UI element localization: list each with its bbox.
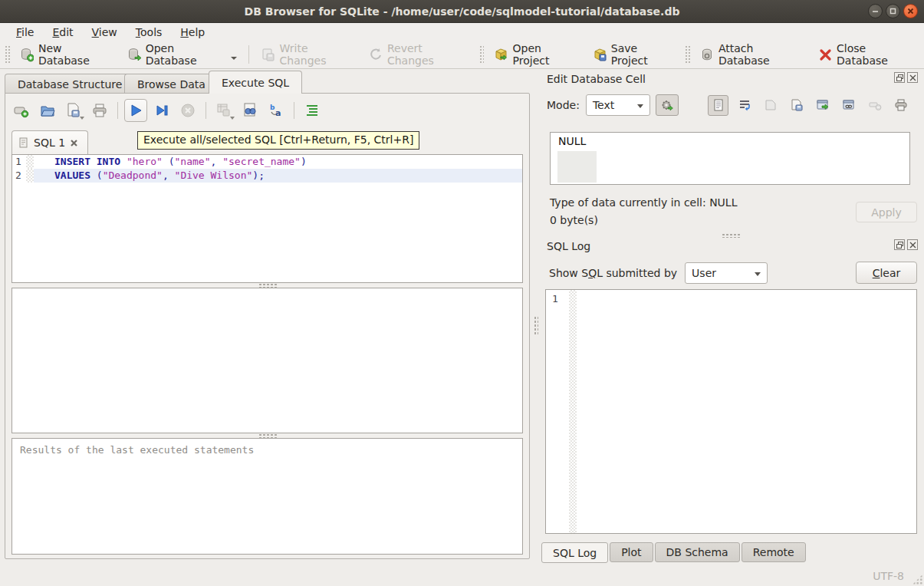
execute-current-line-button[interactable]: [150, 99, 173, 122]
resize-grip-icon[interactable]: [912, 574, 922, 584]
open-database-button[interactable]: Open Database: [120, 38, 245, 71]
word-wrap-button[interactable]: [734, 95, 755, 116]
toolbar-separator: [206, 102, 206, 119]
save-sql-dropdown-icon[interactable]: [80, 117, 84, 120]
sql-document-tab[interactable]: SQL 1: [12, 130, 88, 154]
dock-tab-plot[interactable]: Plot: [610, 542, 653, 562]
close-button[interactable]: [903, 4, 918, 18]
open-external-icon: [816, 98, 830, 112]
results-grid[interactable]: [12, 288, 523, 433]
link-button[interactable]: [838, 95, 859, 116]
tab-browse-data[interactable]: Browse Data: [124, 74, 219, 94]
cell-editor-margin: [557, 151, 597, 183]
dock-tab-sql-log[interactable]: SQL Log: [541, 542, 608, 563]
toolbar-separator: [248, 45, 249, 64]
set-null-button: [864, 95, 885, 116]
cell-value: NULL: [558, 135, 586, 147]
import-data-button: [760, 95, 781, 116]
menu-file[interactable]: File: [8, 25, 42, 40]
save-sql-file-button[interactable]: [62, 99, 85, 122]
gear-icon: [660, 98, 674, 112]
right-dock-area: Edit Database Cell Mode: Text: [541, 69, 919, 565]
minimize-button[interactable]: [868, 4, 883, 18]
print-cell-button[interactable]: [890, 95, 911, 116]
new-sql-tab-icon: [13, 102, 30, 119]
text-mode-button[interactable]: [708, 95, 728, 116]
toolbar-separator: [117, 102, 118, 119]
open-project-button[interactable]: Open Project: [487, 38, 585, 71]
stop-icon: [179, 102, 196, 119]
svg-text:b: b: [270, 104, 275, 111]
format-sql-button[interactable]: [301, 99, 324, 122]
sql-log-title: SQL Log: [541, 240, 590, 252]
code-line-1: 1 INSERT INTO "hero" ("name", "secret_na…: [12, 155, 522, 169]
menu-edit[interactable]: Edit: [44, 25, 81, 40]
new-database-icon: [20, 48, 34, 62]
results-messages[interactable]: Results of the last executed statements: [12, 438, 523, 555]
tab-execute-sql[interactable]: Execute SQL: [209, 71, 302, 94]
close-icon: [906, 7, 915, 15]
close-database-button[interactable]: Close Database: [811, 38, 924, 71]
minimize-icon: [871, 7, 880, 15]
dock-tab-remote[interactable]: Remote: [742, 542, 806, 562]
new-database-button[interactable]: New Database: [13, 38, 120, 71]
execute-sql-button[interactable]: [124, 99, 147, 122]
chevron-down-icon: [637, 104, 643, 108]
open-sql-file-button[interactable]: [36, 99, 59, 122]
open-database-dropdown-icon[interactable]: [231, 57, 237, 60]
main-toolbar: New Database Open Database Write Changes…: [0, 41, 924, 69]
mode-select[interactable]: Text: [586, 94, 650, 116]
write-changes-button: Write Changes: [254, 38, 361, 71]
menu-help[interactable]: Help: [172, 25, 213, 40]
bottom-dock-tabs: SQL Log Plot DB Schema Remote: [541, 542, 806, 563]
close-tab-icon[interactable]: [70, 139, 78, 147]
open-sql-file-icon: [39, 102, 56, 119]
open-project-icon: [494, 48, 508, 62]
open-external-button[interactable]: [812, 95, 833, 116]
dock-float-button[interactable]: [894, 72, 905, 83]
word-wrap-icon: [738, 98, 751, 112]
save-project-icon: [593, 48, 607, 62]
menu-view[interactable]: View: [84, 25, 126, 40]
fold-margin: [26, 169, 34, 183]
chevron-down-icon: [755, 272, 761, 276]
dock-float-button[interactable]: [894, 239, 905, 250]
print-button[interactable]: [88, 99, 111, 122]
auto-mode-button[interactable]: [656, 94, 679, 116]
tab-database-structure[interactable]: Database Structure: [5, 74, 135, 94]
new-sql-tab-button[interactable]: [10, 99, 33, 122]
vertical-splitter[interactable]: [531, 93, 541, 559]
cell-type-info: Type of data currently in cell: NULL: [550, 196, 737, 209]
save-results-button: [212, 99, 235, 122]
log-filter-select[interactable]: User: [685, 262, 768, 284]
filter-label: Show SQL submitted by: [549, 267, 677, 279]
dock-tab-db-schema[interactable]: DB Schema: [655, 542, 740, 562]
window-title: DB Browser for SQLite - /home/user/code/…: [245, 5, 680, 18]
maximize-button[interactable]: [886, 4, 900, 18]
dock-float-icon: [896, 242, 903, 249]
dock-float-icon: [896, 74, 903, 81]
revert-changes-button: Revert Changes: [362, 38, 476, 71]
export-icon: [790, 98, 804, 112]
toolbar-grip[interactable]: [479, 45, 485, 64]
save-project-button[interactable]: Save Project: [586, 38, 682, 71]
replace-button[interactable]: b a: [265, 99, 288, 122]
export-data-button[interactable]: [786, 95, 807, 116]
sql-log-view[interactable]: 1: [545, 289, 917, 534]
dock-close-button[interactable]: [907, 72, 918, 83]
code-line-2: 2 VALUES ("Deadpond", "Dive Wilson");: [12, 169, 522, 183]
dock-close-button[interactable]: [907, 239, 918, 250]
sql-code-editor[interactable]: 1 INSERT INTO "hero" ("name", "secret_na…: [12, 154, 523, 283]
attach-database-button[interactable]: Attach Database: [693, 38, 811, 71]
clear-log-button[interactable]: Clear: [856, 262, 917, 284]
cell-value-editor[interactable]: NULL: [550, 132, 910, 185]
find-button[interactable]: [238, 99, 261, 122]
toolbar-grip[interactable]: [5, 45, 10, 64]
encoding-indicator[interactable]: UTF-8: [873, 570, 904, 582]
dock-splitter[interactable]: [541, 232, 919, 239]
maximize-icon: [889, 7, 897, 15]
menu-tools[interactable]: Tools: [127, 25, 171, 40]
toolbar-grip[interactable]: [685, 45, 690, 64]
toolbar-separator: [294, 102, 294, 119]
mode-label: Mode:: [547, 99, 580, 111]
